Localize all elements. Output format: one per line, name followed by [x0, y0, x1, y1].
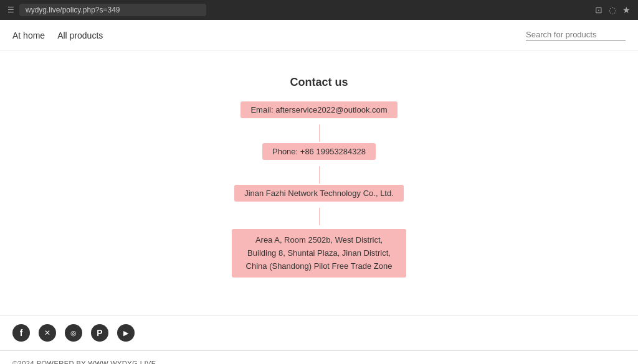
navigation: At home All products [0, 20, 638, 51]
browser-icons: ⊡ ◌ ★ [595, 5, 631, 15]
nav-home[interactable]: At home [12, 30, 45, 40]
contact-phone: Phone: +86 19953284328 [262, 143, 376, 160]
eye-off-icon[interactable]: ◌ [609, 5, 616, 15]
nav-links: At home All products [12, 30, 103, 40]
separator-1 [319, 124, 320, 142]
contact-company: Jinan Fazhi Network Technology Co., Ltd. [234, 185, 404, 202]
separator-3 [319, 208, 320, 225]
contact-email: Email: afterservice2022@outlook.com [240, 101, 397, 118]
twitter-icon[interactable]: ✕ [39, 324, 56, 342]
facebook-icon[interactable]: f [12, 324, 30, 342]
footer: f ✕ ◎ P ▶ ©2024 POWERED BY WWW.WYDYG.LIV… [0, 315, 638, 364]
pinterest-icon[interactable]: P [91, 324, 108, 342]
nav-products[interactable]: All products [57, 30, 103, 40]
search-input[interactable] [526, 30, 626, 39]
footer-copyright: ©2024 POWERED BY WWW.WYDYG.LIVE [0, 350, 638, 364]
contact-title: Contact us [290, 76, 348, 89]
main-content: Contact us Email: afterservice2022@outlo… [0, 51, 638, 315]
address-bar[interactable]: wydyg.live/policy.php?s=349 [19, 4, 206, 16]
translate-icon[interactable]: ⊡ [595, 5, 602, 15]
browser-chrome: ☰ wydyg.live/policy.php?s=349 ⊡ ◌ ★ [0, 0, 638, 20]
star-icon[interactable]: ★ [622, 5, 631, 15]
search-container [526, 29, 626, 41]
instagram-icon[interactable]: ◎ [65, 324, 82, 342]
footer-social: f ✕ ◎ P ▶ [0, 315, 638, 350]
separator-2 [319, 166, 320, 184]
contact-address: Area A, Room 2502b, West District, Build… [232, 229, 406, 278]
youtube-icon[interactable]: ▶ [117, 324, 135, 342]
